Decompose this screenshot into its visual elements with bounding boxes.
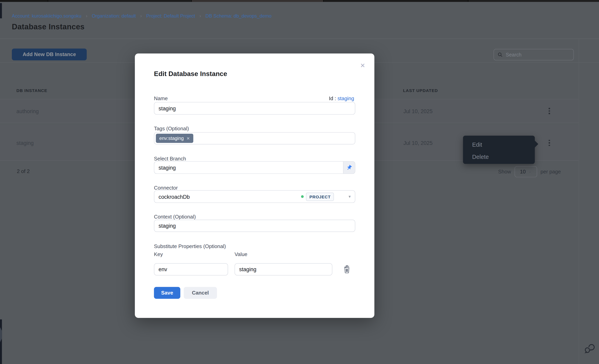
row-actions-kebab-button[interactable]: [546, 106, 553, 115]
screen: Account: kurosakiichigo.songoku › Organi…: [0, 0, 599, 364]
db-instance-name-cell: staging: [16, 140, 34, 146]
tab-segment-active: [192, 0, 323, 2]
breadcrumb-separator: ›: [140, 13, 142, 19]
id-value-link[interactable]: staging: [337, 96, 354, 101]
db-instance-name-cell: authoring: [16, 108, 39, 114]
show-label: Show: [498, 169, 511, 175]
branch-label: Select Branch: [154, 156, 186, 162]
context-field[interactable]: [154, 220, 355, 232]
breadcrumb-project-link[interactable]: Project: Default Project: [146, 13, 195, 19]
connector-label: Connector: [154, 185, 178, 191]
pushpin-icon: [345, 163, 353, 172]
page-size-value: 10: [520, 169, 526, 175]
breadcrumb-separator: ›: [199, 13, 201, 19]
tab-segment: [468, 0, 599, 2]
column-header-db-instance: DB INSTANCE: [16, 88, 47, 93]
id-line: Id : staging: [329, 96, 354, 101]
context-label: Context (Optional): [154, 214, 196, 220]
modal-title: Edit Database Instance: [154, 70, 227, 78]
substitute-properties-label: Substitute Properties (Optional): [154, 243, 226, 249]
pin-branch-button[interactable]: [343, 162, 355, 173]
search-input[interactable]: [506, 52, 563, 57]
header-divider: [0, 38, 599, 39]
branch-input[interactable]: [154, 162, 343, 173]
add-db-instance-button[interactable]: Add New DB Instance: [12, 48, 87, 60]
left-edge-sliver: [0, 3, 2, 18]
breadcrumb-separator: ›: [86, 13, 88, 19]
tag-chip-text: env:staging: [159, 136, 184, 141]
pagination-controls: Show 10 ⌄ per page: [498, 166, 561, 178]
content-right-border: [579, 38, 579, 364]
pagination-count: 2 of 2: [17, 169, 30, 174]
browser-tab-strip: [0, 0, 599, 2]
status-green-dot: [301, 195, 304, 198]
page-title: Database Instances: [12, 23, 84, 31]
save-button[interactable]: Save: [154, 287, 180, 299]
connector-select[interactable]: cockroachDb PROJECT ▾: [154, 190, 355, 203]
value-label: Value: [235, 251, 247, 257]
context-menu-item-edit[interactable]: Edit: [463, 140, 535, 150]
edit-db-instance-modal: ✕ Edit Database Instance Name Id : stagi…: [135, 53, 374, 318]
tab-segment: [0, 0, 48, 2]
cancel-button[interactable]: Cancel: [184, 287, 217, 299]
breadcrumb-account-link[interactable]: Account: kurosakiichigo.songoku: [12, 13, 81, 19]
page-background: Account: kurosakiichigo.songoku › Organi…: [0, 2, 599, 364]
id-label: Id :: [329, 96, 336, 101]
substitute-value-field[interactable]: [235, 263, 332, 275]
key-label: Key: [154, 251, 163, 257]
close-icon[interactable]: ✕: [360, 62, 365, 69]
chevron-down-icon: ▾: [349, 194, 351, 199]
context-menu-arrow: [534, 140, 538, 148]
page-size-select[interactable]: 10 ⌄: [514, 166, 537, 178]
breadcrumb-organization-link[interactable]: Organization: default: [92, 13, 136, 19]
chevron-down-icon: ⌄: [528, 169, 532, 173]
tab-segment: [48, 0, 191, 2]
tags-label: Tags (Optional): [154, 126, 189, 132]
branch-field: [154, 161, 355, 174]
tag-remove-icon[interactable]: ✕: [186, 136, 190, 141]
tags-field[interactable]: env:staging ✕: [154, 132, 355, 144]
tag-chip: env:staging ✕: [156, 134, 193, 143]
search-box[interactable]: [494, 49, 574, 60]
connector-value: cockroachDb: [159, 194, 190, 200]
name-label: Name: [154, 96, 168, 101]
breadcrumb-schema-link[interactable]: DB Schema: db_devops_demo: [205, 13, 271, 19]
delete-substitute-row-button[interactable]: [344, 265, 350, 274]
substitute-key-field[interactable]: [154, 263, 228, 275]
tab-segment: [324, 0, 468, 2]
name-field[interactable]: [154, 102, 355, 115]
search-icon: [497, 52, 503, 57]
column-header-last-updated: LAST UPDATED: [403, 88, 438, 93]
last-updated-cell: Jul 10, 2025: [404, 140, 432, 146]
context-menu-item-delete[interactable]: Delete: [463, 152, 535, 162]
row-actions-kebab-button[interactable]: [546, 138, 553, 148]
breadcrumb: Account: kurosakiichigo.songoku › Organi…: [12, 13, 271, 19]
per-page-label: per page: [541, 169, 561, 175]
chat-bubbles-icon: [584, 343, 595, 354]
last-updated-cell: Jul 10, 2025: [404, 108, 432, 114]
support-chat-button[interactable]: [584, 343, 595, 355]
row-context-menu: Edit Delete: [463, 136, 535, 164]
project-scope-badge: PROJECT: [306, 192, 334, 201]
trash-icon: [344, 265, 350, 273]
